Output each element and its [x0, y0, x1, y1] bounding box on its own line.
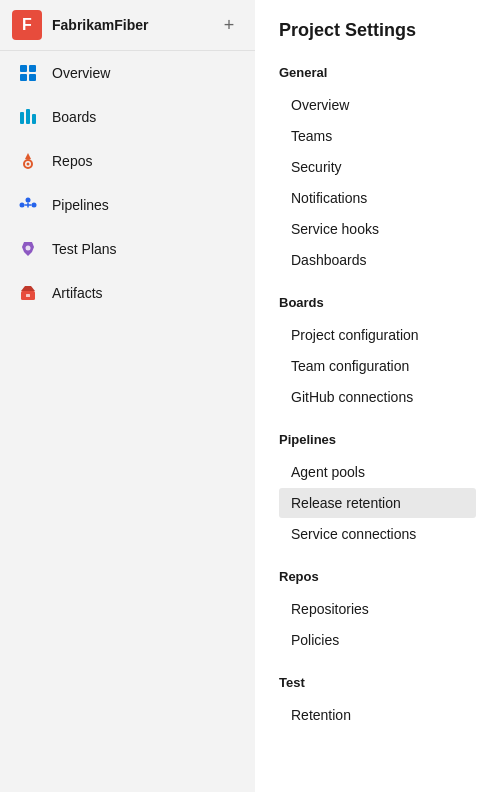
overview-icon — [16, 61, 40, 85]
add-project-button[interactable]: + — [215, 11, 243, 39]
settings-item-overview[interactable]: Overview — [279, 90, 476, 120]
settings-item-service-connections[interactable]: Service connections — [279, 519, 476, 549]
sidebar-item-testplans[interactable]: Test Plans — [0, 227, 255, 271]
settings-item-agent-pools[interactable]: Agent pools — [279, 457, 476, 487]
sidebar-item-label-overview: Overview — [52, 65, 110, 81]
settings-item-security[interactable]: Security — [279, 152, 476, 182]
sidebar-item-repos[interactable]: Repos — [0, 139, 255, 183]
artifacts-icon — [16, 281, 40, 305]
sidebar-item-label-repos: Repos — [52, 153, 92, 169]
section-header-pipelines: Pipelines — [279, 428, 476, 451]
brand-name: FabrikamFiber — [52, 17, 148, 33]
settings-item-teams[interactable]: Teams — [279, 121, 476, 151]
sidebar-item-label-testplans: Test Plans — [52, 241, 117, 257]
svg-point-11 — [32, 203, 37, 208]
boards-icon — [16, 105, 40, 129]
settings-item-retention[interactable]: Retention — [279, 700, 476, 730]
settings-item-team-configuration[interactable]: Team configuration — [279, 351, 476, 381]
settings-item-repositories[interactable]: Repositories — [279, 594, 476, 624]
section-header-boards: Boards — [279, 291, 476, 314]
svg-point-14 — [26, 246, 31, 251]
svg-rect-1 — [29, 65, 36, 72]
sidebar-item-artifacts[interactable]: Artifacts — [0, 271, 255, 315]
page-title: Project Settings — [279, 20, 476, 41]
repos-icon — [16, 149, 40, 173]
settings-item-dashboards[interactable]: Dashboards — [279, 245, 476, 275]
svg-rect-2 — [20, 74, 27, 81]
settings-item-service-hooks[interactable]: Service hooks — [279, 214, 476, 244]
svg-rect-5 — [26, 109, 30, 124]
brand-link[interactable]: F FabrikamFiber — [12, 10, 148, 40]
right-panel: Project Settings GeneralOverviewTeamsSec… — [255, 0, 500, 792]
settings-sections: GeneralOverviewTeamsSecurityNotification… — [279, 61, 476, 730]
section-header-repos: Repos — [279, 565, 476, 588]
settings-item-policies[interactable]: Policies — [279, 625, 476, 655]
svg-point-9 — [20, 203, 25, 208]
sidebar-header: F FabrikamFiber + — [0, 0, 255, 51]
sidebar-item-label-pipelines: Pipelines — [52, 197, 109, 213]
testplans-icon — [16, 237, 40, 261]
svg-point-8 — [27, 163, 30, 166]
settings-item-github-connections[interactable]: GitHub connections — [279, 382, 476, 412]
section-header-general: General — [279, 61, 476, 84]
settings-item-notifications[interactable]: Notifications — [279, 183, 476, 213]
svg-rect-0 — [20, 65, 27, 72]
sidebar-item-boards[interactable]: Boards — [0, 95, 255, 139]
brand-icon: F — [12, 10, 42, 40]
svg-point-10 — [26, 198, 31, 203]
sidebar-item-label-boards: Boards — [52, 109, 96, 125]
sidebar-item-pipelines[interactable]: Pipelines — [0, 183, 255, 227]
svg-rect-4 — [20, 112, 24, 124]
section-header-test: Test — [279, 671, 476, 694]
sidebar-item-label-artifacts: Artifacts — [52, 285, 103, 301]
settings-item-project-configuration[interactable]: Project configuration — [279, 320, 476, 350]
settings-item-release-retention[interactable]: Release retention — [279, 488, 476, 518]
svg-rect-3 — [29, 74, 36, 81]
nav-list: Overview Boards Repos Pipelines Test Pla… — [0, 51, 255, 315]
svg-rect-6 — [32, 114, 36, 124]
sidebar: F FabrikamFiber + Overview Boards Repos … — [0, 0, 255, 792]
pipelines-icon — [16, 193, 40, 217]
svg-rect-16 — [26, 294, 30, 297]
sidebar-item-overview[interactable]: Overview — [0, 51, 255, 95]
